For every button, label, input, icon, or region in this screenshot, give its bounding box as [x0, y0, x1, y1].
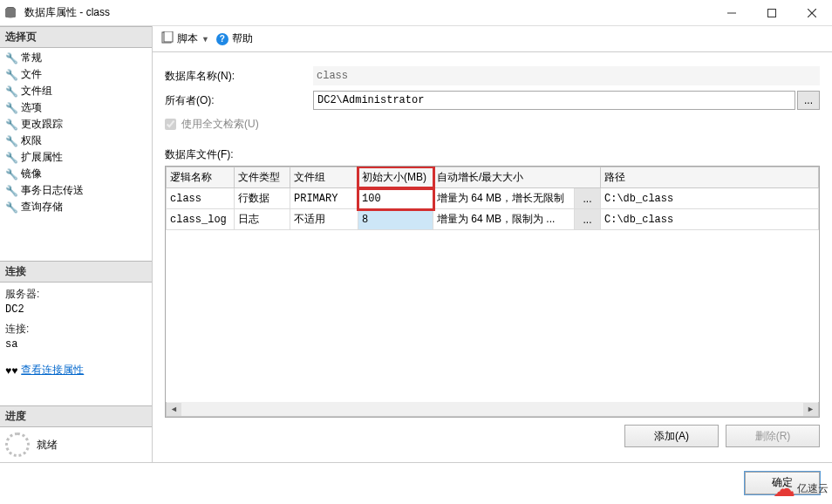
dbname-label: 数据库名称(N): — [165, 69, 313, 84]
script-label: 脚本 — [177, 31, 198, 46]
table-row[interactable]: class 行数据 PRIMARY 100 增量为 64 MB，增长无限制 ..… — [167, 188, 819, 209]
grid-h-scrollbar[interactable]: ◄ ► — [166, 402, 819, 417]
wrench-icon: 🔧 — [5, 119, 17, 131]
dbname-field — [313, 66, 820, 85]
wrench-icon: 🔧 — [5, 152, 17, 164]
col-file-type[interactable]: 文件类型 — [235, 167, 290, 188]
svg-point-2 — [6, 14, 16, 17]
wrench-icon: 🔧 — [5, 135, 17, 147]
wrench-icon: 🔧 — [5, 168, 17, 180]
wrench-icon: 🔧 — [5, 102, 17, 114]
ok-button[interactable]: 确定 — [745, 472, 820, 494]
page-item-extprops[interactable]: 🔧扩展属性 — [0, 149, 152, 166]
progress-block: 就绪 — [0, 427, 152, 462]
maximize-button[interactable] — [752, 0, 792, 26]
script-button[interactable]: 脚本 ▼ — [161, 31, 209, 46]
page-item-permissions[interactable]: 🔧权限 — [0, 133, 152, 149]
cell-ftype[interactable]: 日志 — [235, 209, 290, 230]
toolbar: 脚本 ▼ ? 帮助 — [153, 26, 832, 52]
col-autogrowth[interactable]: 自动增长/最大大小 — [433, 167, 601, 188]
cell-growth[interactable]: 增量为 64 MB，限制为 ... — [433, 209, 575, 230]
page-item-options[interactable]: 🔧选项 — [0, 99, 152, 116]
cell-fgroup[interactable]: PRIMARY — [290, 188, 358, 209]
files-label: 数据库文件(F): — [165, 147, 820, 162]
content-area: 数据库名称(N): 所有者(O): ... 使用全文检索(U) 数据库文件(F)… — [153, 52, 832, 462]
scroll-left-icon[interactable]: ◄ — [167, 403, 181, 416]
wrench-icon: 🔧 — [5, 185, 17, 197]
page-label: 扩展属性 — [21, 150, 63, 165]
page-item-mirroring[interactable]: 🔧镜像 — [0, 166, 152, 182]
svg-rect-8 — [164, 31, 173, 42]
page-item-querystore[interactable]: 🔧查询存储 — [0, 199, 152, 215]
conn-label: 连接: — [5, 321, 147, 337]
col-initial-size[interactable]: 初始大小(MB) — [358, 167, 433, 188]
wrench-icon: 🔧 — [5, 69, 17, 81]
cell-name[interactable]: class_log — [167, 209, 235, 230]
cell-path[interactable]: C:\db_class — [601, 209, 819, 230]
owner-browse-button[interactable]: ... — [797, 91, 820, 110]
help-label: 帮助 — [232, 31, 253, 46]
view-connection-properties[interactable]: ♥♥ 查看连接属性 — [0, 361, 152, 379]
progress-status: 就绪 — [37, 438, 58, 453]
wrench-icon: 🔧 — [5, 201, 17, 214]
properties-icon: ♥♥ — [5, 364, 17, 377]
select-page-header: 选择页 — [0, 26, 152, 48]
help-icon: ? — [216, 33, 228, 45]
page-item-files[interactable]: 🔧文件 — [0, 66, 152, 83]
window-title: 数据库属性 - class — [21, 5, 712, 20]
progress-header: 进度 — [0, 405, 152, 427]
page-label: 常规 — [21, 51, 42, 65]
cell-growth[interactable]: 增量为 64 MB，增长无限制 — [433, 188, 575, 209]
page-label: 选项 — [21, 100, 42, 115]
view-conn-link[interactable]: 查看连接属性 — [21, 363, 84, 378]
page-item-logshipping[interactable]: 🔧事务日志传送 — [0, 182, 152, 199]
col-path[interactable]: 路径 — [601, 167, 819, 188]
page-label: 权限 — [21, 133, 42, 148]
table-row[interactable]: class_log 日志 不适用 8 增量为 64 MB，限制为 ... ...… — [167, 209, 819, 230]
main-panel: 脚本 ▼ ? 帮助 数据库名称(N): 所有者(O): ... 使用全文检索(U… — [153, 26, 832, 462]
cell-ftype[interactable]: 行数据 — [235, 188, 290, 209]
cell-fgroup[interactable]: 不适用 — [290, 209, 358, 230]
server-value: DC2 — [5, 302, 147, 317]
page-label: 文件组 — [21, 84, 52, 99]
server-label: 服务器: — [5, 286, 147, 302]
page-label: 查询存储 — [21, 200, 63, 215]
col-filegroup[interactable]: 文件组 — [290, 167, 358, 188]
cell-size[interactable]: 100 — [358, 188, 433, 209]
conn-value: sa — [5, 337, 147, 352]
add-button[interactable]: 添加(A) — [624, 425, 719, 447]
minimize-button[interactable] — [712, 0, 752, 26]
col-logical-name[interactable]: 逻辑名称 — [167, 167, 235, 188]
grid-header-row: 逻辑名称 文件类型 文件组 初始大小(MB) 自动增长/最大大小 路径 — [167, 167, 819, 188]
cell-name[interactable]: class — [167, 188, 235, 209]
owner-field[interactable] — [313, 91, 795, 110]
cell-path[interactable]: C:\db_class — [601, 188, 819, 209]
help-button[interactable]: ? 帮助 — [216, 31, 253, 46]
wrench-icon: 🔧 — [5, 52, 17, 65]
page-label: 事务日志传送 — [21, 183, 84, 198]
files-grid[interactable]: 逻辑名称 文件类型 文件组 初始大小(MB) 自动增长/最大大小 路径 clas… — [165, 166, 820, 418]
cell-size[interactable]: 8 — [358, 209, 433, 230]
script-icon — [161, 31, 174, 46]
growth-edit-button[interactable]: ... — [575, 209, 601, 230]
fulltext-checkbox — [165, 119, 176, 130]
connection-info: 服务器: DC2 连接: sa — [0, 283, 152, 361]
page-item-changetracking[interactable]: 🔧更改跟踪 — [0, 116, 152, 133]
svg-rect-4 — [768, 9, 776, 17]
page-item-filegroups[interactable]: 🔧文件组 — [0, 83, 152, 99]
page-item-general[interactable]: 🔧常规 — [0, 50, 152, 66]
page-label: 文件 — [21, 67, 42, 82]
connection-header: 连接 — [0, 261, 152, 283]
close-button[interactable] — [792, 0, 832, 26]
fulltext-checkbox-row: 使用全文检索(U) — [165, 117, 820, 132]
page-label: 更改跟踪 — [21, 117, 63, 132]
chevron-down-icon: ▼ — [201, 35, 209, 44]
title-bar: 数据库属性 - class — [0, 0, 832, 26]
page-list: 🔧常规 🔧文件 🔧文件组 🔧选项 🔧更改跟踪 🔧权限 🔧扩展属性 🔧镜像 🔧事务… — [0, 48, 152, 222]
app-icon — [0, 7, 21, 19]
dialog-footer: 确定 — [0, 462, 832, 502]
page-label: 镜像 — [21, 167, 42, 181]
growth-edit-button[interactable]: ... — [575, 188, 601, 209]
fulltext-label: 使用全文检索(U) — [181, 117, 259, 132]
scroll-right-icon[interactable]: ► — [803, 403, 818, 416]
